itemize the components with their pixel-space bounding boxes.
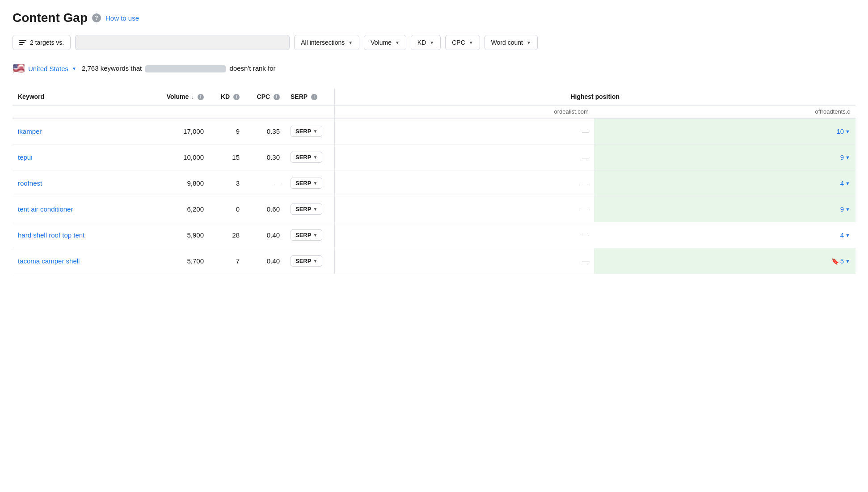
serp-button[interactable]: SERP▼ — [291, 152, 322, 163]
help-icon[interactable]: ? — [92, 13, 101, 22]
position2-cell: 4▼ — [594, 170, 855, 196]
position1-cell: — — [334, 170, 594, 196]
blurred-domain — [145, 65, 226, 72]
keywords-text: keywords that — [101, 64, 144, 72]
cpc-cell: 0.40 — [245, 222, 285, 248]
position1-cell: — — [334, 248, 594, 274]
country-chevron-icon: ▼ — [72, 66, 76, 71]
position1-value: — — [582, 127, 589, 135]
position2-value: 9▼ — [840, 153, 850, 161]
keyword-cell: hard shell roof top tent — [13, 222, 156, 248]
serp-button[interactable]: SERP▼ — [291, 178, 322, 189]
country-selector[interactable]: 🇺🇸 United States ▼ — [13, 63, 76, 74]
cpc-cell: — — [245, 170, 285, 196]
volume-label: Volume — [371, 39, 392, 46]
position2-value: 4▼ — [840, 179, 850, 187]
serp-cell: SERP▼ — [285, 222, 334, 248]
word-count-dropdown[interactable]: Word count ▼ — [485, 35, 538, 50]
volume-dropdown[interactable]: Volume ▼ — [364, 35, 406, 50]
position1-value: — — [582, 153, 589, 161]
keyword-link[interactable]: ikamper — [18, 127, 42, 135]
keywords-count: 2,763 — [82, 64, 99, 72]
cpc-dropdown[interactable]: CPC ▼ — [445, 35, 480, 50]
serp-button[interactable]: SERP▼ — [291, 126, 322, 137]
volume-cell: 5,900 — [156, 222, 209, 248]
position2-chevron-icon: ▼ — [845, 259, 850, 264]
table-row: ikamper17,00090.35SERP▼—10▼ — [13, 118, 855, 144]
sub-header-empty-2 — [156, 105, 209, 118]
position2-value: 10▼ — [836, 127, 850, 135]
word-count-chevron-icon: ▼ — [527, 40, 531, 45]
position2-chevron-icon: ▼ — [845, 155, 850, 160]
serp-cell: SERP▼ — [285, 196, 334, 222]
toolbar: 2 targets vs. All intersections ▼ Volume… — [13, 35, 855, 50]
keyword-link[interactable]: roofnest — [18, 179, 42, 187]
position2-value: 4▼ — [840, 231, 850, 239]
cpc-cell: 0.60 — [245, 196, 285, 222]
position2-cell: 4▼ — [594, 222, 855, 248]
position1-cell: — — [334, 222, 594, 248]
volume-cell: 5,700 — [156, 248, 209, 274]
keyword-table: Keyword Volume ↓ i KD i CPC i — [13, 89, 855, 274]
kd-cell: 3 — [209, 170, 245, 196]
intersections-label: All intersections — [301, 39, 345, 46]
table-sub-header-row: ordealist.com offroadtents.c — [13, 105, 855, 118]
sub-header-empty-3 — [209, 105, 245, 118]
target-input[interactable] — [75, 35, 290, 50]
serp-chevron-icon: ▼ — [313, 181, 317, 186]
kd-info-icon[interactable]: i — [233, 94, 240, 100]
serp-chevron-icon: ▼ — [313, 129, 317, 134]
sub-header-empty-4 — [245, 105, 285, 118]
position2-chevron-icon: ▼ — [845, 181, 850, 186]
position2-chevron-icon: ▼ — [845, 233, 850, 238]
serp-cell: SERP▼ — [285, 144, 334, 170]
serp-btn-label: SERP — [295, 180, 311, 187]
keywords-summary: 2,763 keywords that doesn't rank for — [82, 64, 276, 72]
kd-dropdown[interactable]: KD ▼ — [411, 35, 441, 50]
volume-header: Volume ↓ i — [156, 89, 209, 105]
position1-value: — — [582, 257, 589, 265]
word-count-label: Word count — [491, 39, 523, 46]
keyword-header: Keyword — [13, 89, 156, 105]
kd-cell: 9 — [209, 118, 245, 144]
cpc-info-icon[interactable]: i — [274, 94, 280, 100]
keyword-link[interactable]: hard shell roof top tent — [18, 231, 84, 239]
kd-cell: 15 — [209, 144, 245, 170]
bookmark-icon: 🔖 — [831, 258, 839, 265]
keyword-cell: ikamper — [13, 118, 156, 144]
doesnt-rank-text: doesn't rank for — [230, 64, 276, 72]
highest-position-header: Highest position — [334, 89, 855, 105]
serp-cell: SERP▼ — [285, 248, 334, 274]
cpc-label: CPC — [452, 39, 465, 46]
keyword-link[interactable]: tent air conditioner — [18, 205, 73, 213]
serp-button[interactable]: SERP▼ — [291, 204, 322, 215]
cpc-chevron-icon: ▼ — [469, 40, 473, 45]
how-to-use-link[interactable]: How to use — [105, 14, 139, 22]
kd-cell: 28 — [209, 222, 245, 248]
serp-chevron-icon: ▼ — [313, 155, 317, 160]
position1-cell: — — [334, 118, 594, 144]
serp-btn-label: SERP — [295, 258, 311, 264]
volume-cell: 17,000 — [156, 118, 209, 144]
table-row: hard shell roof top tent5,900280.40SERP▼… — [13, 222, 855, 248]
position1-value: — — [582, 179, 589, 187]
serp-header: SERP i — [285, 89, 334, 105]
serp-button[interactable]: SERP▼ — [291, 255, 322, 267]
table-row: tepui10,000150.30SERP▼—9▼ — [13, 144, 855, 170]
serp-button[interactable]: SERP▼ — [291, 229, 322, 241]
table-row: tent air conditioner6,20000.60SERP▼—9▼ — [13, 196, 855, 222]
filter-button[interactable]: 2 targets vs. — [13, 35, 71, 50]
keyword-link[interactable]: tepui — [18, 153, 33, 161]
sub-header-empty-5 — [285, 105, 334, 118]
serp-info-icon[interactable]: i — [311, 94, 317, 100]
intersections-dropdown[interactable]: All intersections ▼ — [294, 35, 359, 50]
keyword-link[interactable]: tacoma camper shell — [18, 257, 80, 265]
position1-cell: — — [334, 144, 594, 170]
keyword-cell: tacoma camper shell — [13, 248, 156, 274]
serp-cell: SERP▼ — [285, 170, 334, 196]
volume-sort-icon: ↓ — [191, 94, 194, 100]
volume-chevron-icon: ▼ — [395, 40, 400, 45]
volume-info-icon[interactable]: i — [198, 94, 204, 100]
serp-chevron-icon: ▼ — [313, 207, 317, 212]
serp-btn-label: SERP — [295, 154, 311, 161]
